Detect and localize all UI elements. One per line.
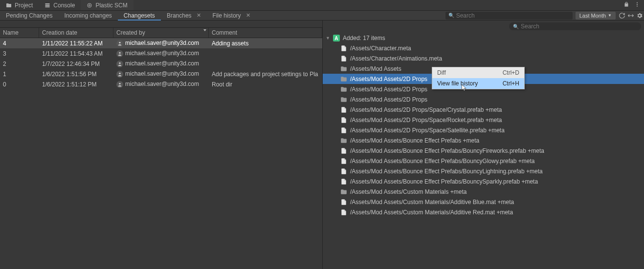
added-group-label: Added: 17 items — [343, 35, 385, 41]
file-path-label: /Assets/Mod Assets/Bounce Effect Prefabs… — [350, 137, 479, 144]
file-tree-item[interactable]: /Assets/Mod Assets/Custom Materials/Addi… — [323, 207, 644, 217]
top-right-controls — [623, 1, 644, 9]
changeset-row[interactable]: 01/6/2022 1:51:12 PMmichael.saver@unity3… — [0, 79, 322, 89]
top-tab-bar: Project Console Plastic SCM — [0, 0, 644, 11]
file-path-label: /Assets/Mod Assets/2D Props/Space/Rocket… — [350, 117, 502, 124]
file-tree-item[interactable]: /Assets/Mod Assets/Bounce Effect Prefabs… — [323, 145, 644, 156]
folder-icon — [340, 76, 347, 83]
subtab-changesets[interactable]: Changesets — [118, 11, 161, 20]
subtab-branches[interactable]: Branches✕ — [161, 11, 207, 20]
file-icon — [340, 168, 347, 175]
date-filter-dropdown[interactable]: Last Month ▼ — [576, 12, 616, 20]
file-tree-item[interactable]: /Assets/Character.meta — [323, 43, 644, 53]
folder-icon — [340, 96, 347, 103]
folder-icon — [340, 137, 347, 144]
col-name[interactable]: Name — [0, 28, 39, 38]
col-created-by[interactable]: Created by — [113, 28, 209, 38]
file-tree-item[interactable]: /Assets/Mod Assets/2D Props/Space/Satell… — [323, 125, 644, 135]
close-icon[interactable]: ✕ — [246, 12, 250, 19]
file-tree-item[interactable]: /Assets/Mod Assets/Bounce Effect Prefabs… — [323, 176, 644, 186]
right-search-box[interactable]: 🔍 — [509, 22, 641, 30]
changeset-row[interactable]: 31/11/2022 11:54:43 AMmichael.saver@unit… — [0, 48, 322, 59]
file-tree-item[interactable]: /Assets/Mod Assets/2D Props — [323, 94, 644, 104]
right-search-input[interactable] — [521, 23, 637, 30]
swap-button[interactable] — [626, 11, 635, 20]
file-path-label: /Assets/Mod Assets/Bounce Effect Prefabs… — [350, 158, 534, 165]
cell-comment: Adding assets — [209, 40, 322, 47]
svg-point-2 — [637, 2, 638, 3]
cell-created-by: michael.saver@unity3d.com — [113, 40, 209, 47]
search-icon: 🔍 — [513, 24, 519, 29]
subtab-file-history[interactable]: File history✕ — [207, 11, 256, 20]
context-menu: DiffCtrl+DView file historyCtrl+H — [432, 67, 525, 89]
file-icon — [340, 55, 347, 62]
file-icon — [340, 127, 347, 134]
cell-date: 1/7/2022 12:46:34 PM — [39, 61, 113, 67]
avatar-icon — [116, 61, 123, 67]
global-search-input[interactable] — [456, 12, 570, 19]
tab-console-label: Console — [53, 2, 75, 9]
folder-icon — [340, 65, 347, 72]
file-path-label: /Assets/Mod Assets/Bounce Effect Prefabs… — [350, 168, 543, 175]
close-icon[interactable]: ✕ — [197, 12, 201, 19]
cell-name: 1 — [0, 71, 39, 78]
file-path-label: /Assets/Mod Assets/2D Props — [350, 86, 427, 93]
changesets-header-row: Name Creation date Created by Comment — [0, 27, 322, 38]
file-tree-item[interactable]: /Assets/Character/Animations.meta — [323, 53, 644, 63]
file-path-label: /Assets/Character/Animations.meta — [350, 55, 442, 62]
context-menu-item[interactable]: DiffCtrl+D — [432, 67, 524, 78]
file-path-label: /Assets/Mod Assets/2D Props/Space/Crysta… — [350, 106, 502, 113]
subtab-incoming-changes[interactable]: Incoming changes — [58, 11, 117, 20]
right-header: 🔍 — [323, 21, 644, 32]
cell-date: 1/11/2022 11:55:22 AM — [39, 40, 113, 47]
changes-tree: ▼ A Added: 17 items /Assets/Character.me… — [323, 32, 644, 217]
changeset-row[interactable]: 21/7/2022 12:46:34 PMmichael.saver@unity… — [0, 59, 322, 69]
file-tree-item[interactable]: /Assets/Mod Assets/2D Props/Space/Crysta… — [323, 104, 644, 115]
file-tree-item[interactable]: /Assets/Mod Assets/Custom Materials/Addi… — [323, 197, 644, 207]
file-icon — [340, 45, 347, 52]
changesets-body: 41/11/2022 11:55:22 AMmichael.saver@unit… — [0, 38, 322, 89]
added-badge-icon: A — [333, 35, 340, 41]
changeset-row[interactable]: 11/6/2022 1:51:56 PMmichael.saver@unity3… — [0, 69, 322, 79]
ctx-label: Diff — [437, 69, 446, 76]
file-tree-item[interactable]: /Assets/Mod Assets/Bounce Effect Prefabs… — [323, 135, 644, 145]
file-path-label: /Assets/Character.meta — [350, 45, 411, 52]
tab-console[interactable]: Console — [39, 0, 81, 10]
file-path-label: /Assets/Mod Assets/2D Props — [350, 96, 427, 103]
folder-icon — [6, 2, 12, 8]
cell-date: 1/6/2022 1:51:56 PM — [39, 71, 113, 78]
col-comment[interactable]: Comment — [209, 28, 322, 38]
ctx-shortcut: Ctrl+H — [503, 80, 519, 87]
settings-button[interactable] — [635, 11, 644, 20]
changeset-row[interactable]: 41/11/2022 11:55:22 AMmichael.saver@unit… — [0, 38, 322, 48]
added-group-header[interactable]: ▼ A Added: 17 items — [323, 33, 644, 43]
refresh-button[interactable] — [618, 11, 626, 20]
avatar-icon — [116, 71, 123, 78]
file-icon — [340, 106, 347, 113]
svg-point-4 — [637, 6, 638, 7]
cell-date: 1/6/2022 1:51:12 PM — [39, 81, 113, 88]
lock-icon[interactable] — [623, 1, 629, 9]
context-menu-item[interactable]: View file historyCtrl+H — [432, 78, 524, 89]
kebab-icon[interactable] — [634, 1, 640, 9]
svg-point-8 — [119, 73, 120, 74]
file-tree-item[interactable]: /Assets/Mod Assets/Bounce Effect Prefabs… — [323, 166, 644, 176]
subtab-pending-changes[interactable]: Pending Changes — [0, 11, 58, 20]
global-search-box[interactable]: 🔍 — [445, 12, 573, 20]
folder-icon — [340, 86, 347, 93]
cell-date: 1/11/2022 11:54:43 AM — [39, 50, 113, 57]
search-icon: 🔍 — [448, 13, 454, 18]
file-path-label: /Assets/Mod Assets/2D Props/Space/Satell… — [350, 127, 505, 134]
cell-name: 4 — [0, 40, 39, 47]
file-tree-item[interactable]: /Assets/Mod Assets/Custom Materials +met… — [323, 186, 644, 197]
svg-point-1 — [89, 4, 90, 6]
tab-plastic-scm[interactable]: Plastic SCM — [81, 0, 133, 10]
cell-created-by: michael.saver@unity3d.com — [113, 60, 209, 67]
col-creation-date[interactable]: Creation date — [39, 28, 113, 38]
chevron-down-icon: ▼ — [608, 13, 612, 18]
cell-name: 3 — [0, 50, 39, 57]
tab-project[interactable]: Project — [0, 0, 39, 10]
file-tree-item[interactable]: /Assets/Mod Assets/Bounce Effect Prefabs… — [323, 156, 644, 166]
ctx-shortcut: Ctrl+D — [503, 69, 519, 76]
file-tree-item[interactable]: /Assets/Mod Assets/2D Props/Space/Rocket… — [323, 115, 644, 125]
